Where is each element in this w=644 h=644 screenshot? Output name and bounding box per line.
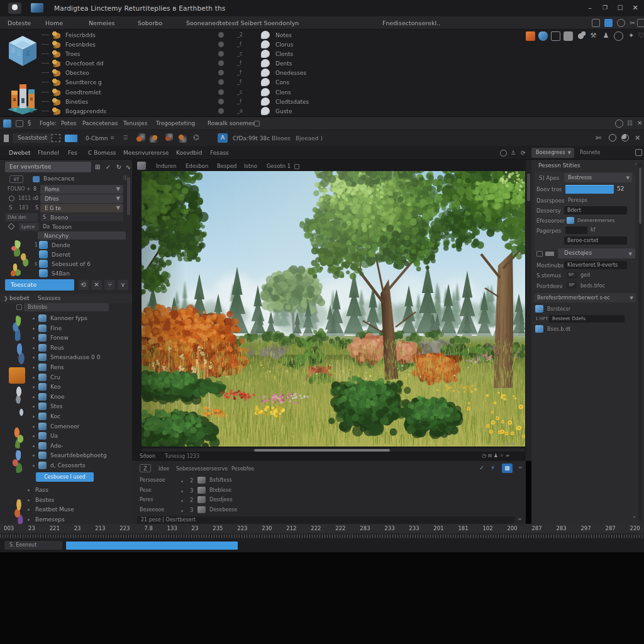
foliage-brush-icon-1[interactable]	[136, 133, 145, 143]
outliner-row[interactable]: Foesnbdes _f Clorus	[38, 40, 333, 49]
comment-bubble-icon[interactable]	[261, 97, 270, 106]
outliner-row[interactable]: Ovecfooet dd _f Dents	[38, 58, 333, 68]
outliner-row-label[interactable]: Troes	[65, 51, 80, 57]
toolbar-menu-item[interactable]: Rowalk sonemes	[208, 120, 255, 126]
expand-icon[interactable]: ❯	[4, 296, 8, 301]
close-toolbar-icon[interactable]: ✕	[637, 119, 642, 126]
add-foliage-button[interactable]: Cesbuese I used	[36, 472, 94, 482]
filter-checkbox-icon[interactable]	[16, 304, 22, 310]
rock-sprite-icon[interactable]	[13, 386, 25, 404]
section2-header[interactable]: Berefesrbrmmerberwert s-ec ▼	[534, 293, 636, 303]
menu-item[interactable]: Nemeies	[89, 19, 114, 26]
outliner-row-label[interactable]: Ovecfooet dd	[65, 60, 103, 67]
menu-item[interactable]: Fnedisectonserekl..	[382, 19, 440, 26]
subsection-checkbox-icon[interactable]	[536, 251, 543, 257]
blend-label[interactable]: Bleoes	[272, 135, 291, 142]
play-person-icon[interactable]: ⚡	[491, 464, 499, 472]
outliner-row-label[interactable]: Obecteo	[65, 70, 89, 76]
restore-button[interactable]: ❐	[599, 3, 611, 13]
toggle-dot-icon[interactable]	[218, 51, 224, 57]
roms-select[interactable]: Roms▼	[40, 185, 123, 194]
close-button[interactable]: ✕	[630, 3, 641, 13]
panel-expand-icon[interactable]: ⌄	[632, 513, 636, 519]
checkbox-icon[interactable]	[254, 121, 260, 126]
outliner-right-label[interactable]: Guste	[275, 108, 292, 114]
viewport-tab[interactable]: Gesotn 1	[267, 163, 291, 169]
circle-tool-icon[interactable]	[609, 134, 616, 142]
plant-sprite-icon[interactable]	[19, 253, 30, 267]
outliner-row-label[interactable]: Bogagprendds	[65, 108, 106, 114]
heart-icon[interactable]: ♡	[636, 31, 644, 41]
toolbar-menu-item[interactable]: Tregopeteting	[156, 120, 195, 126]
outliner-row[interactable]: Bineties _f Cledtsdates	[38, 97, 333, 106]
viewport-tab[interactable]: Edesbon	[186, 163, 208, 169]
pag-minibox[interactable]	[565, 226, 587, 234]
comment-bubble-icon[interactable]	[261, 78, 270, 86]
status-button[interactable]: S. Eeeneut	[4, 541, 62, 550]
toolbar-menu-item[interactable]: Pacecetenas	[82, 120, 118, 126]
eraser-tool-icon[interactable]: ⌬	[191, 133, 201, 143]
brush-mode-label[interactable]: 0-Cbmn	[86, 135, 108, 142]
minimize-button[interactable]: –	[584, 3, 596, 13]
outliner-row-label[interactable]: Seurdterce g	[65, 79, 102, 86]
viewport-tab-checkbox-icon[interactable]	[294, 164, 299, 169]
marquee-select-icon[interactable]	[52, 134, 60, 142]
beroe-input[interactable]: Beroe-csrtet	[564, 236, 627, 245]
view-grid-icon[interactable]: ⊞	[93, 162, 102, 172]
scale-tool-icon[interactable]: ⍗	[121, 134, 130, 142]
outliner-row-label[interactable]: Bineties	[65, 99, 88, 105]
viewport-tab[interactable]: Induren	[156, 163, 177, 169]
left-panel-scrollbar[interactable]	[127, 177, 130, 215]
toggle-dot-icon[interactable]	[218, 70, 224, 75]
robot-icon[interactable]	[564, 31, 573, 41]
slider-fill[interactable]	[565, 185, 614, 194]
menu-item[interactable]: Soborbo	[138, 19, 162, 26]
track-row[interactable]: Persoseoe 2 Bsfsftess	[132, 475, 526, 486]
material-tool-icon[interactable]	[538, 31, 548, 41]
render-scene[interactable]	[142, 171, 525, 447]
nancy-row[interactable]: Nancyhy	[0, 231, 132, 240]
toggle-dot-icon[interactable]	[218, 108, 224, 114]
cut-view-icon[interactable]: ✄	[596, 134, 601, 142]
plant-sprite-icon[interactable]	[14, 343, 26, 365]
active-view-icon[interactable]: ▦	[502, 464, 513, 473]
das-row[interactable]: DAs det S Boeno	[0, 213, 132, 222]
subsection-header[interactable]: Desctqies ▼	[558, 248, 635, 258]
checkbox-icon[interactable]	[567, 217, 574, 224]
help-icon[interactable]: ☷	[627, 119, 633, 126]
outliner-right-label[interactable]: Clens	[275, 89, 291, 96]
outliner-right-label[interactable]: Onedesses	[275, 70, 306, 76]
comment-bubble-icon[interactable]	[261, 59, 270, 67]
toggle-dot-icon[interactable]	[218, 60, 224, 66]
hpt-input[interactable]: Besteet Ddefs	[549, 315, 625, 323]
outliner-row-label[interactable]: Foesnbdes	[65, 42, 96, 48]
foliage-brush-icon-2[interactable]	[150, 133, 159, 143]
comment-bubble-icon[interactable]	[261, 50, 270, 58]
track-tag[interactable]: Z	[140, 464, 151, 472]
details-scrollbar-handle[interactable]	[639, 167, 641, 224]
outliner-right-label[interactable]: Notes	[275, 32, 292, 38]
app-mode-icon[interactable]	[3, 119, 11, 128]
viewport-tab[interactable]: Besped	[217, 163, 237, 169]
toggle-dot-icon[interactable]	[218, 99, 224, 104]
panel-options-icon[interactable]	[635, 149, 642, 156]
bake-label[interactable]: Bjeeaed )	[296, 135, 323, 142]
outliner-row[interactable]: Geedtremlet _c Clens	[38, 87, 333, 97]
play-mode-label[interactable]: Seaststest	[13, 133, 52, 143]
globe-icon[interactable]	[614, 31, 623, 41]
track-row[interactable]: Pese 3 Bteblese	[132, 486, 526, 496]
outliner-row[interactable]: Obecteo _f Onedesses	[38, 68, 333, 77]
search-input[interactable]: Eer vevntsrtee	[5, 162, 91, 172]
comment-bubble-icon[interactable]	[261, 40, 270, 48]
dfres-select[interactable]: Dfres▼	[40, 194, 123, 203]
panel-icon[interactable]	[637, 19, 644, 27]
tab-fes[interactable]: Fes	[68, 150, 77, 156]
outliner-right-label[interactable]: Clorus	[275, 42, 293, 48]
dess-input[interactable]: Bdert	[564, 206, 627, 214]
maximize-button[interactable]: ☐	[614, 3, 626, 13]
tab-meesnvurererse[interactable]: Meesnvurererse	[123, 150, 169, 156]
group-icon[interactable]: ♟	[601, 31, 611, 41]
linked-asset-label[interactable]: Bses.b.dt	[547, 326, 570, 332]
asset-thumbnail-cube[interactable]	[6, 33, 39, 69]
cut-icon[interactable]: ✂	[628, 19, 636, 27]
